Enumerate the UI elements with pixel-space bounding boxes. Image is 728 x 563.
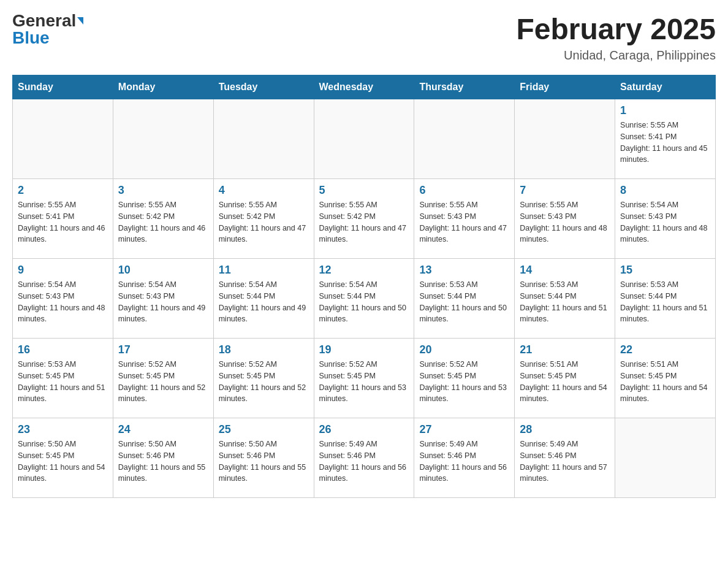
- day-number: 2: [18, 184, 108, 197]
- weekday-header: Friday: [515, 75, 615, 99]
- day-number: 17: [118, 343, 208, 356]
- calendar-cell: 27Sunrise: 5:49 AMSunset: 5:46 PMDayligh…: [414, 418, 515, 498]
- calendar-body: 1Sunrise: 5:55 AMSunset: 5:41 PMDaylight…: [13, 99, 716, 498]
- calendar-cell: 13Sunrise: 5:53 AMSunset: 5:44 PMDayligh…: [414, 259, 515, 339]
- day-info: Sunrise: 5:55 AMSunset: 5:43 PMDaylight:…: [419, 199, 509, 245]
- weekday-row: SundayMondayTuesdayWednesdayThursdayFrid…: [13, 75, 716, 99]
- calendar-cell: [213, 99, 314, 179]
- calendar-cell: 16Sunrise: 5:53 AMSunset: 5:45 PMDayligh…: [13, 339, 113, 418]
- day-number: 4: [219, 184, 309, 197]
- day-number: 19: [319, 343, 409, 356]
- day-number: 10: [118, 264, 208, 277]
- day-number: 22: [620, 343, 710, 356]
- weekday-header: Sunday: [13, 75, 113, 99]
- calendar-cell: 25Sunrise: 5:50 AMSunset: 5:46 PMDayligh…: [213, 418, 314, 498]
- day-info: Sunrise: 5:49 AMSunset: 5:46 PMDaylight:…: [419, 439, 509, 484]
- day-info: Sunrise: 5:55 AMSunset: 5:42 PMDaylight:…: [219, 199, 309, 245]
- day-info: Sunrise: 5:55 AMSunset: 5:43 PMDaylight:…: [520, 199, 610, 245]
- calendar-cell: 26Sunrise: 5:49 AMSunset: 5:46 PMDayligh…: [314, 418, 414, 498]
- calendar-cell: 14Sunrise: 5:53 AMSunset: 5:44 PMDayligh…: [515, 259, 615, 339]
- weekday-header: Thursday: [414, 75, 515, 99]
- calendar-cell: 11Sunrise: 5:54 AMSunset: 5:44 PMDayligh…: [213, 259, 314, 339]
- day-info: Sunrise: 5:54 AMSunset: 5:43 PMDaylight:…: [118, 279, 208, 325]
- day-info: Sunrise: 5:51 AMSunset: 5:45 PMDaylight:…: [620, 359, 710, 405]
- logo-general-text: General: [12, 12, 76, 29]
- calendar-table: SundayMondayTuesdayWednesdayThursdayFrid…: [12, 75, 716, 498]
- day-number: 20: [419, 343, 509, 356]
- day-number: 24: [118, 423, 208, 436]
- day-number: 26: [319, 423, 409, 436]
- day-number: 16: [18, 343, 108, 356]
- weekday-header: Wednesday: [314, 75, 414, 99]
- calendar-week-row: 16Sunrise: 5:53 AMSunset: 5:45 PMDayligh…: [13, 339, 716, 418]
- day-info: Sunrise: 5:50 AMSunset: 5:45 PMDaylight:…: [18, 439, 108, 484]
- day-number: 12: [319, 264, 409, 277]
- logo-arrow-icon: [77, 17, 83, 25]
- day-number: 13: [419, 264, 509, 277]
- day-number: 5: [319, 184, 409, 197]
- calendar-cell: 7Sunrise: 5:55 AMSunset: 5:43 PMDaylight…: [515, 179, 615, 259]
- calendar-week-row: 2Sunrise: 5:55 AMSunset: 5:41 PMDaylight…: [13, 179, 716, 259]
- calendar-week-row: 1Sunrise: 5:55 AMSunset: 5:41 PMDaylight…: [13, 99, 716, 179]
- day-info: Sunrise: 5:52 AMSunset: 5:45 PMDaylight:…: [319, 359, 409, 405]
- day-info: Sunrise: 5:54 AMSunset: 5:44 PMDaylight:…: [319, 279, 409, 325]
- day-number: 21: [520, 343, 610, 356]
- day-number: 3: [118, 184, 208, 197]
- day-number: 27: [419, 423, 509, 436]
- calendar-cell: 4Sunrise: 5:55 AMSunset: 5:42 PMDaylight…: [213, 179, 314, 259]
- calendar-cell: 21Sunrise: 5:51 AMSunset: 5:45 PMDayligh…: [515, 339, 615, 418]
- day-info: Sunrise: 5:55 AMSunset: 5:42 PMDaylight:…: [118, 199, 208, 245]
- day-info: Sunrise: 5:50 AMSunset: 5:46 PMDaylight:…: [219, 439, 309, 484]
- weekday-header: Tuesday: [213, 75, 314, 99]
- weekday-header: Saturday: [615, 75, 716, 99]
- day-info: Sunrise: 5:53 AMSunset: 5:44 PMDaylight:…: [520, 279, 610, 325]
- calendar-cell: [615, 418, 716, 498]
- calendar-cell: 1Sunrise: 5:55 AMSunset: 5:41 PMDaylight…: [615, 99, 716, 179]
- calendar-cell: 9Sunrise: 5:54 AMSunset: 5:43 PMDaylight…: [13, 259, 113, 339]
- day-info: Sunrise: 5:52 AMSunset: 5:45 PMDaylight:…: [419, 359, 509, 405]
- calendar-cell: 10Sunrise: 5:54 AMSunset: 5:43 PMDayligh…: [113, 259, 213, 339]
- calendar-cell: 22Sunrise: 5:51 AMSunset: 5:45 PMDayligh…: [615, 339, 716, 418]
- calendar-cell: [515, 99, 615, 179]
- calendar-cell: [314, 99, 414, 179]
- day-number: 8: [620, 184, 710, 197]
- calendar-cell: [13, 99, 113, 179]
- calendar-week-row: 23Sunrise: 5:50 AMSunset: 5:45 PMDayligh…: [13, 418, 716, 498]
- calendar-cell: [113, 99, 213, 179]
- page-header: General Blue February 2025 Unidad, Carag…: [12, 12, 716, 63]
- day-info: Sunrise: 5:53 AMSunset: 5:44 PMDaylight:…: [620, 279, 710, 325]
- day-number: 11: [219, 264, 309, 277]
- day-info: Sunrise: 5:49 AMSunset: 5:46 PMDaylight:…: [319, 439, 409, 484]
- day-number: 14: [520, 264, 610, 277]
- calendar-cell: 12Sunrise: 5:54 AMSunset: 5:44 PMDayligh…: [314, 259, 414, 339]
- day-number: 1: [620, 104, 710, 117]
- calendar-cell: [414, 99, 515, 179]
- calendar-cell: 28Sunrise: 5:49 AMSunset: 5:46 PMDayligh…: [515, 418, 615, 498]
- calendar-cell: 17Sunrise: 5:52 AMSunset: 5:45 PMDayligh…: [113, 339, 213, 418]
- logo: General Blue: [12, 12, 83, 47]
- day-info: Sunrise: 5:54 AMSunset: 5:43 PMDaylight:…: [620, 199, 710, 245]
- calendar-cell: 19Sunrise: 5:52 AMSunset: 5:45 PMDayligh…: [314, 339, 414, 418]
- day-number: 25: [219, 423, 309, 436]
- day-info: Sunrise: 5:54 AMSunset: 5:44 PMDaylight:…: [219, 279, 309, 325]
- calendar-cell: 5Sunrise: 5:55 AMSunset: 5:42 PMDaylight…: [314, 179, 414, 259]
- day-info: Sunrise: 5:55 AMSunset: 5:42 PMDaylight:…: [319, 199, 409, 245]
- day-info: Sunrise: 5:51 AMSunset: 5:45 PMDaylight:…: [520, 359, 610, 405]
- day-number: 6: [419, 184, 509, 197]
- calendar-header: SundayMondayTuesdayWednesdayThursdayFrid…: [13, 75, 716, 99]
- calendar-cell: 15Sunrise: 5:53 AMSunset: 5:44 PMDayligh…: [615, 259, 716, 339]
- calendar-week-row: 9Sunrise: 5:54 AMSunset: 5:43 PMDaylight…: [13, 259, 716, 339]
- day-number: 9: [18, 264, 108, 277]
- calendar-cell: 20Sunrise: 5:52 AMSunset: 5:45 PMDayligh…: [414, 339, 515, 418]
- day-info: Sunrise: 5:54 AMSunset: 5:43 PMDaylight:…: [18, 279, 108, 325]
- weekday-header: Monday: [113, 75, 213, 99]
- day-number: 18: [219, 343, 309, 356]
- day-info: Sunrise: 5:53 AMSunset: 5:44 PMDaylight:…: [419, 279, 509, 325]
- calendar-cell: 2Sunrise: 5:55 AMSunset: 5:41 PMDaylight…: [13, 179, 113, 259]
- location-title: Unidad, Caraga, Philippines: [516, 48, 716, 63]
- day-number: 7: [520, 184, 610, 197]
- calendar-cell: 3Sunrise: 5:55 AMSunset: 5:42 PMDaylight…: [113, 179, 213, 259]
- day-info: Sunrise: 5:55 AMSunset: 5:41 PMDaylight:…: [620, 120, 710, 166]
- title-section: February 2025 Unidad, Caraga, Philippine…: [516, 12, 716, 63]
- day-info: Sunrise: 5:52 AMSunset: 5:45 PMDaylight:…: [118, 359, 208, 405]
